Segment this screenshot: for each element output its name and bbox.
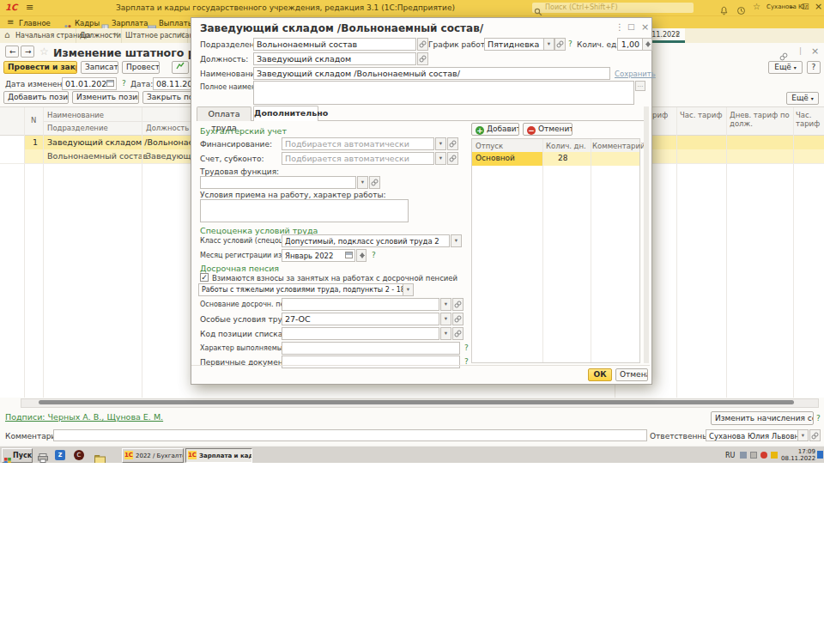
month-stepper[interactable] (356, 249, 367, 262)
menu-item-hr[interactable]: Кадры (75, 19, 100, 27)
position-input[interactable]: Заведующий складом (253, 52, 416, 65)
quick-launch-printer-icon[interactable] (38, 450, 48, 463)
edit-position-button[interactable]: Изменить позицию (72, 91, 139, 104)
save-button[interactable]: Записать (81, 61, 118, 74)
favorites-star-icon[interactable]: ☆ (753, 2, 760, 11)
dialog-scrollbar[interactable] (644, 106, 649, 363)
vacation-row-type-cell[interactable]: Основной (472, 152, 542, 166)
dialog-maximize-icon[interactable]: □ (627, 22, 635, 31)
vacation-row[interactable]: Основной 28 (472, 152, 639, 166)
col-department[interactable]: Подразделение (47, 124, 108, 132)
form-close-icon[interactable]: × (811, 46, 819, 57)
favorite-star-icon[interactable]: ☆ (39, 46, 49, 58)
financing-open-button[interactable] (447, 137, 458, 150)
vacation-add-button[interactable]: + Добавить (471, 123, 519, 136)
nav-forward-button[interactable]: → (21, 46, 34, 58)
work-nature-help-icon[interactable]: ? (464, 343, 469, 352)
name-save-link[interactable]: Сохранить (615, 70, 656, 78)
schedule-help-icon[interactable]: ? (568, 39, 573, 48)
col-hour-tariff[interactable]: Час. тариф (680, 111, 722, 119)
responsible-input[interactable]: Суханова Юлия Львовна (706, 429, 798, 441)
nav-back-button[interactable]: ← (5, 46, 19, 58)
work-conditions-textarea[interactable] (200, 199, 409, 222)
maximize-button[interactable]: □ (802, 2, 809, 10)
vacation-col-days[interactable]: Колич. дн. (546, 142, 586, 150)
date-help-icon[interactable]: ? (122, 79, 126, 88)
tab-home[interactable]: ⌂ Начальная страница (0, 28, 76, 43)
financing-dropdown-button[interactable]: ▾ (435, 137, 446, 150)
tray-icon[interactable] (750, 452, 757, 459)
tab-additional[interactable]: Дополнительно (253, 106, 318, 121)
pension-basis-input[interactable] (282, 298, 439, 311)
full-name-expand-button[interactable]: … (635, 81, 645, 91)
conditions-class-dropdown-button[interactable]: ▾ (451, 234, 462, 247)
dialog-kebab-icon[interactable]: ⋮ (615, 22, 624, 32)
tray-icon[interactable] (771, 452, 778, 459)
vacation-col-type[interactable]: Отпуск (476, 142, 503, 150)
scrollbar-thumb[interactable] (39, 400, 794, 404)
pension-basis-dropdown-button[interactable]: ▾ (440, 298, 451, 311)
tab-positions[interactable]: Должности × (76, 28, 122, 43)
close-button[interactable]: × (815, 1, 822, 12)
col-n[interactable]: N (31, 116, 36, 125)
pension-contributions-checkbox[interactable]: ✓ (200, 273, 209, 282)
start-button[interactable]: Пуск (2, 448, 33, 463)
tray-icon[interactable] (760, 452, 767, 459)
dialog-cancel-button[interactable]: Отмена (615, 368, 648, 381)
account-input[interactable]: Подбирается автоматически (282, 152, 434, 165)
language-indicator[interactable]: RU (725, 452, 735, 459)
tab-close-icon[interactable]: × (113, 31, 119, 39)
main-menu-icon[interactable]: ≡ (26, 2, 33, 13)
spinner-down-icon[interactable] (645, 44, 651, 47)
add-position-button[interactable]: Добавить позицию (3, 91, 69, 104)
schedule-dropdown-button[interactable]: ▾ (543, 38, 554, 51)
tab-payment[interactable]: Оплата труда (197, 106, 251, 121)
post-button[interactable]: Провести (122, 61, 160, 74)
list-position-code-open-button[interactable] (452, 327, 464, 340)
minimize-button[interactable]: – (790, 2, 794, 11)
task-button-payroll-active[interactable]: 1С Зарплата и кадр... (185, 448, 252, 463)
labor-function-open-button[interactable] (369, 176, 380, 189)
calendar-icon[interactable] (106, 80, 114, 87)
quick-launch-folder-icon[interactable] (94, 451, 106, 463)
menu-sections-icon[interactable]: ≡ (7, 17, 14, 27)
account-open-button[interactable] (447, 152, 458, 165)
financing-input[interactable]: Подбирается автоматически (282, 137, 434, 150)
col-position[interactable]: Должность (146, 124, 189, 132)
tray-icon[interactable] (740, 452, 747, 459)
comment-input[interactable] (53, 429, 647, 441)
tab-close-icon[interactable]: × (675, 30, 681, 38)
quick-launch-browser-icon[interactable]: C (74, 450, 84, 460)
special-conditions-dropdown-button[interactable]: ▾ (440, 313, 451, 325)
quantity-stepper[interactable] (642, 38, 652, 51)
labor-function-input[interactable] (200, 176, 356, 189)
tab-staffing[interactable]: Штатное расписание × (122, 28, 188, 43)
quantity-input[interactable]: 1,00 (617, 38, 643, 51)
full-name-textarea[interactable] (253, 81, 634, 105)
quick-launch-mail-icon[interactable]: z (55, 450, 65, 460)
global-search-input[interactable]: Поиск (Ctrl+Shift+F) (532, 3, 694, 13)
special-conditions-open-button[interactable] (452, 313, 464, 325)
menu-item-salary[interactable]: Зарплата (112, 19, 148, 27)
list-position-code-dropdown-button[interactable]: ▾ (440, 327, 451, 340)
pension-basis-combo[interactable]: Работы с тяжелыми условиями труда, подпу… (198, 283, 403, 296)
tray-network-icon[interactable] (817, 451, 823, 459)
change-accruals-button[interactable]: Изменить начисления сотрудников (711, 411, 814, 425)
help-button[interactable]: ? (807, 61, 821, 74)
table-more-button[interactable]: Ещё ▾ (786, 92, 819, 105)
vacation-cancel-button[interactable]: − Отменить (523, 123, 573, 136)
month-registration-input[interactable]: Январь 2022 (282, 249, 355, 262)
signatures-link[interactable]: Подписи: Черных А. В., Щунова Е. М. (5, 412, 163, 422)
pension-basis-open-button[interactable] (452, 298, 464, 311)
horizontal-scrollbar[interactable] (21, 398, 819, 408)
col-day-tariff-pos[interactable]: Днев. тариф по долж. (730, 111, 790, 128)
toolbar-more-button[interactable]: Ещё ▾ (768, 61, 803, 74)
menu-item-payments[interactable]: Выплаты (159, 19, 193, 27)
tab-close-icon[interactable]: × (179, 31, 185, 39)
department-input[interactable]: Вольнонаемный состав (253, 38, 416, 51)
task-button-accounting[interactable]: 1С 2022 / Бухгалтерия ... (122, 448, 184, 463)
accruals-help-icon[interactable]: ? (816, 414, 821, 422)
pension-basis-combo-dropdown[interactable]: ▾ (403, 283, 414, 296)
ok-button[interactable]: ОК (588, 368, 612, 381)
account-dropdown-button[interactable]: ▾ (435, 152, 446, 165)
